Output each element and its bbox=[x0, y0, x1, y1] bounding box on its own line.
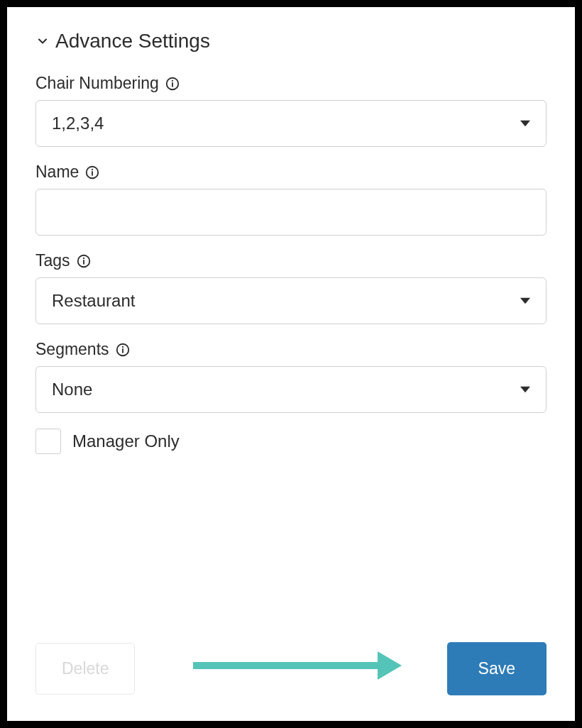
field-name: Name bbox=[35, 162, 547, 236]
field-label-row: Segments bbox=[35, 340, 547, 359]
segments-label: Segments bbox=[35, 340, 109, 359]
field-tags: Tags Restaurant bbox=[35, 251, 547, 324]
svg-point-6 bbox=[92, 168, 93, 170]
svg-rect-12 bbox=[122, 348, 123, 353]
section-header[interactable]: Advance Settings bbox=[35, 30, 547, 53]
field-label-row: Name bbox=[35, 162, 547, 182]
svg-point-9 bbox=[82, 257, 84, 258]
svg-rect-8 bbox=[83, 260, 84, 264]
caret-down-icon bbox=[520, 385, 530, 395]
svg-marker-3 bbox=[520, 121, 530, 126]
section-title: Advance Settings bbox=[55, 30, 210, 53]
svg-point-2 bbox=[172, 79, 173, 81]
caret-down-icon bbox=[520, 118, 530, 128]
tags-value: Restaurant bbox=[52, 291, 135, 311]
field-chair-numbering: Chair Numbering 1,2,3,4 bbox=[35, 74, 547, 147]
svg-rect-5 bbox=[92, 171, 93, 175]
delete-button[interactable]: Delete bbox=[35, 643, 135, 695]
button-row: Delete Save bbox=[35, 642, 547, 695]
chair-numbering-label: Chair Numbering bbox=[35, 74, 159, 93]
svg-rect-1 bbox=[172, 82, 173, 87]
segments-select[interactable]: None bbox=[35, 366, 547, 413]
field-segments: Segments None bbox=[35, 340, 547, 413]
tags-label: Tags bbox=[35, 251, 70, 270]
info-icon[interactable] bbox=[165, 76, 180, 92]
svg-point-13 bbox=[121, 346, 123, 347]
manager-only-label: Manager Only bbox=[72, 431, 180, 451]
caret-down-icon bbox=[520, 296, 530, 306]
name-label: Name bbox=[35, 162, 79, 182]
svg-marker-14 bbox=[520, 387, 530, 392]
segments-value: None bbox=[52, 380, 92, 399]
field-label-row: Chair Numbering bbox=[35, 74, 547, 93]
info-icon[interactable] bbox=[84, 165, 100, 180]
chair-numbering-value: 1,2,3,4 bbox=[52, 114, 104, 133]
field-label-row: Tags bbox=[35, 251, 547, 270]
info-icon[interactable] bbox=[76, 253, 92, 269]
save-button[interactable]: Save bbox=[447, 642, 547, 695]
chair-numbering-select[interactable]: 1,2,3,4 bbox=[35, 100, 547, 147]
manager-only-checkbox[interactable] bbox=[35, 429, 61, 454]
info-icon[interactable] bbox=[115, 342, 131, 358]
chevron-down-icon bbox=[35, 34, 50, 48]
svg-marker-10 bbox=[520, 298, 530, 304]
tags-select[interactable]: Restaurant bbox=[35, 277, 547, 324]
name-input[interactable] bbox=[35, 189, 547, 236]
settings-panel: Advance Settings Chair Numbering 1,2,3,4… bbox=[0, 0, 582, 728]
field-manager-only: Manager Only bbox=[35, 429, 547, 454]
